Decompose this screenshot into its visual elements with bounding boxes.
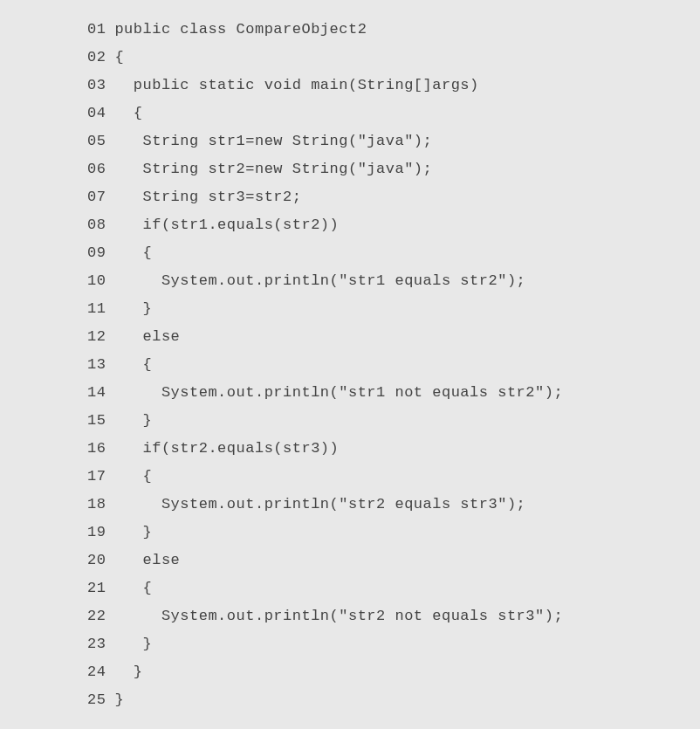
code-text: } <box>114 412 152 429</box>
code-line: 09 { <box>87 239 700 267</box>
line-number: 13 <box>87 351 106 379</box>
line-number: 18 <box>87 491 106 519</box>
line-number: 05 <box>87 127 106 155</box>
code-text: } <box>114 300 152 317</box>
code-text: } <box>114 664 142 680</box>
line-number: 21 <box>87 574 106 602</box>
line-number: 17 <box>87 463 106 491</box>
code-line: 22 System.out.println("str2 not equals s… <box>87 602 700 630</box>
code-text: { <box>114 244 152 261</box>
line-number: 04 <box>87 100 106 127</box>
code-line: 24 } <box>87 658 700 686</box>
code-line: 05 String str1=new String("java"); <box>87 127 700 155</box>
code-line: 18 System.out.println("str2 equals str3"… <box>87 491 700 519</box>
code-text: { <box>114 105 142 121</box>
line-number: 03 <box>87 72 106 100</box>
code-text: } <box>114 691 124 708</box>
line-number: 19 <box>87 519 106 547</box>
line-number: 10 <box>87 267 106 295</box>
code-line: 07 String str3=str2; <box>87 183 700 211</box>
code-text: else <box>114 328 180 345</box>
code-line: 17 { <box>87 463 700 491</box>
code-text: System.out.println("str1 equals str2"); <box>114 272 525 289</box>
code-text: if(str2.equals(str3)) <box>114 440 339 457</box>
code-text: System.out.println("str2 equals str3"); <box>114 496 525 512</box>
code-block: 01public class CompareObject202{03 publi… <box>0 16 700 714</box>
code-text: System.out.println("str1 not equals str2… <box>114 384 563 401</box>
line-number: 15 <box>87 407 106 435</box>
line-number: 09 <box>87 239 106 267</box>
line-number: 22 <box>87 602 106 630</box>
code-line: 19 } <box>87 519 700 547</box>
line-number: 25 <box>87 686 106 714</box>
code-line: 01public class CompareObject2 <box>87 16 700 44</box>
code-text: } <box>114 636 152 652</box>
line-number: 08 <box>87 211 106 239</box>
line-number: 12 <box>87 323 106 351</box>
code-text: { <box>114 468 152 485</box>
code-text: { <box>114 49 124 65</box>
code-text: if(str1.equals(str2)) <box>114 217 339 233</box>
code-line: 03 public static void main(String[]args) <box>87 72 700 100</box>
code-line: 14 System.out.println("str1 not equals s… <box>87 379 700 407</box>
code-text: public static void main(String[]args) <box>114 77 478 93</box>
code-line: 25} <box>87 686 700 714</box>
line-number: 01 <box>87 16 106 44</box>
code-text: public class CompareObject2 <box>114 21 367 38</box>
code-line: 02{ <box>87 44 700 72</box>
code-text: } <box>114 524 152 540</box>
code-line: 11 } <box>87 295 700 323</box>
code-text: { <box>114 580 152 596</box>
line-number: 23 <box>87 630 106 658</box>
code-line: 06 String str2=new String("java"); <box>87 155 700 183</box>
line-number: 16 <box>87 435 106 463</box>
code-text: String str3=str2; <box>114 189 301 205</box>
code-text: else <box>114 552 180 568</box>
line-number: 24 <box>87 658 106 686</box>
line-number: 20 <box>87 547 106 574</box>
code-line: 10 System.out.println("str1 equals str2"… <box>87 267 700 295</box>
line-number: 07 <box>87 183 106 211</box>
line-number: 06 <box>87 155 106 183</box>
line-number: 02 <box>87 44 106 72</box>
code-line: 15 } <box>87 407 700 435</box>
code-line: 23 } <box>87 630 700 658</box>
code-text: System.out.println("str2 not equals str3… <box>114 608 563 624</box>
code-text: { <box>114 356 152 373</box>
code-line: 12 else <box>87 323 700 351</box>
code-text: String str2=new String("java"); <box>114 161 432 177</box>
code-line: 08 if(str1.equals(str2)) <box>87 211 700 239</box>
code-line: 21 { <box>87 574 700 602</box>
code-text: String str1=new String("java"); <box>114 133 432 149</box>
code-line: 20 else <box>87 547 700 574</box>
code-line: 13 { <box>87 351 700 379</box>
line-number: 11 <box>87 295 106 323</box>
line-number: 14 <box>87 379 106 407</box>
code-line: 04 { <box>87 100 700 127</box>
code-line: 16 if(str2.equals(str3)) <box>87 435 700 463</box>
